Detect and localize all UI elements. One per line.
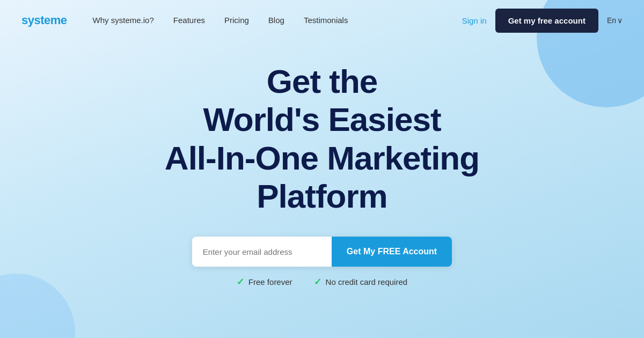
nav-item-pricing[interactable]: Pricing: [224, 16, 249, 25]
navbar: systeme Why systeme.io? Features Pricing…: [0, 0, 644, 41]
nav-link-testimonials[interactable]: Testimonials: [304, 16, 348, 25]
nav-item-why[interactable]: Why systeme.io?: [93, 16, 154, 25]
checkmark-icon-2: ✓: [314, 276, 321, 288]
nav-item-testimonials[interactable]: Testimonials: [304, 16, 348, 25]
perks-list: ✓ Free forever ✓ No credit card required: [237, 276, 407, 288]
hero-title: Get the World's Easiest All-In-One Marke…: [165, 62, 479, 215]
language-selector[interactable]: En ∨: [607, 16, 623, 25]
nav-link-blog[interactable]: Blog: [268, 16, 284, 25]
nav-link-why[interactable]: Why systeme.io?: [93, 16, 154, 25]
lang-label: En: [607, 16, 616, 25]
perk-free-forever-label: Free forever: [248, 277, 292, 286]
hero-title-line2: World's Easiest: [203, 101, 441, 138]
nav-item-blog[interactable]: Blog: [268, 16, 284, 25]
get-free-account-hero-button[interactable]: Get My FREE Account: [332, 237, 452, 267]
nav-link-pricing[interactable]: Pricing: [224, 16, 249, 25]
email-input[interactable]: [192, 237, 332, 267]
perk-no-credit-card: ✓ No credit card required: [314, 276, 408, 288]
email-form: Get My FREE Account: [192, 237, 452, 267]
chevron-down-icon: ∨: [617, 16, 623, 25]
nav-links: Why systeme.io? Features Pricing Blog Te…: [93, 16, 462, 25]
checkmark-icon-1: ✓: [237, 276, 244, 288]
hero-title-line4: Platform: [257, 178, 387, 215]
get-free-account-nav-button[interactable]: Get my free account: [495, 9, 598, 33]
nav-actions: Sign in Get my free account En ∨: [462, 9, 623, 33]
hero-title-line1: Get the: [267, 63, 378, 100]
perk-free-forever: ✓ Free forever: [237, 276, 292, 288]
logo[interactable]: systeme: [21, 13, 67, 27]
signin-button[interactable]: Sign in: [462, 16, 487, 25]
nav-item-features[interactable]: Features: [173, 16, 205, 25]
perk-no-credit-card-label: No credit card required: [326, 277, 408, 286]
hero-title-line3: All-In-One Marketing: [165, 139, 479, 177]
nav-link-features[interactable]: Features: [173, 16, 205, 25]
hero-section: Get the World's Easiest All-In-One Marke…: [0, 41, 644, 288]
